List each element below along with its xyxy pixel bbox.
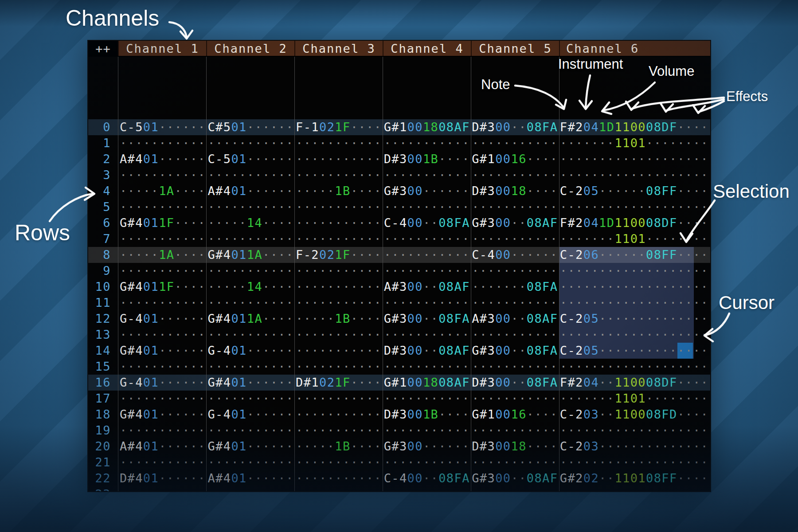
pattern-cell[interactable]: ··········· — [294, 470, 382, 486]
pattern-row-7[interactable]: 7·······································… — [88, 231, 710, 247]
pattern-cell[interactable]: D#30018···· — [470, 438, 558, 454]
channel-header-1[interactable]: Channel 1 — [118, 41, 206, 56]
pattern-cell[interactable]: G#4011F···· — [118, 279, 206, 295]
pattern-cell[interactable]: C-501······ — [118, 119, 206, 135]
pattern-cell[interactable]: C-205······08FF···· — [558, 183, 710, 199]
pattern-cell[interactable]: ··········· — [294, 263, 382, 279]
pattern-cell[interactable]: G#401······ — [118, 343, 206, 359]
pattern-cell[interactable]: ··········· — [382, 391, 470, 407]
pattern-cell[interactable]: ··········· — [206, 295, 294, 311]
pattern-cell[interactable]: ··········· — [206, 486, 294, 491]
pattern-cell[interactable]: C-206······08FF···· — [558, 247, 710, 263]
pattern-cell[interactable]: ··········· — [206, 359, 294, 375]
pattern-cell[interactable]: A#300··08AF — [382, 279, 470, 295]
pattern-cell[interactable]: ··········· — [294, 279, 382, 295]
pattern-cell[interactable]: F#2041D110008DF···· — [558, 119, 710, 135]
pattern-row-21[interactable]: 21······································… — [88, 454, 710, 470]
pattern-cell[interactable]: G-401······ — [118, 375, 206, 391]
pattern-row-19[interactable]: 19······································… — [88, 422, 710, 438]
pattern-cell[interactable]: ··················· — [558, 422, 710, 438]
pattern-cell[interactable]: ··········· — [382, 486, 470, 491]
pattern-cell[interactable]: ··········· — [118, 231, 206, 247]
pattern-cell[interactable]: ··········· — [382, 199, 470, 215]
pattern-cell[interactable]: G#10016···· — [470, 151, 558, 167]
pattern-cell[interactable]: ··········· — [470, 263, 558, 279]
pattern-cell[interactable]: ··········· — [294, 215, 382, 231]
pattern-cell[interactable]: ·······08FA — [470, 279, 558, 295]
pattern-cell[interactable]: ··········· — [118, 454, 206, 470]
pattern-cell[interactable]: ··················· — [558, 151, 710, 167]
pattern-row-8[interactable]: 8·····1A····G#4011A····F-2021F··········… — [88, 247, 710, 263]
pattern-cell[interactable]: ··········· — [294, 135, 382, 151]
pattern-cell[interactable]: ··········· — [382, 247, 470, 263]
pattern-cell[interactable]: D#300··08FA — [470, 375, 558, 391]
pattern-cell[interactable]: ·····1B···· — [294, 183, 382, 199]
pattern-cell[interactable]: D#1021F···· — [294, 375, 382, 391]
pattern-cell[interactable]: C-205·············· — [558, 343, 710, 359]
channel-header-4[interactable]: Channel 4 — [383, 41, 471, 56]
pattern-cell[interactable]: ·····14···· — [206, 215, 294, 231]
pattern-cell[interactable]: ··········· — [294, 295, 382, 311]
pattern-cell[interactable]: G-401······ — [206, 407, 294, 422]
pattern-cell[interactable]: ·····1B···· — [294, 438, 382, 454]
pattern-cell[interactable]: G#300··08AF — [470, 215, 558, 231]
pattern-cell[interactable]: ··········· — [382, 295, 470, 311]
pattern-row-18[interactable]: 18G#401······G-401·················D#300… — [88, 407, 710, 422]
pattern-cell[interactable]: ··········· — [118, 167, 206, 183]
pattern-row-2[interactable]: 2A#401······C-501·················D#3001… — [88, 151, 710, 167]
pattern-cell[interactable]: ··········· — [470, 295, 558, 311]
pattern-row-16[interactable]: 16G-401······G#401······D#1021F····G#100… — [88, 375, 710, 391]
pattern-cell[interactable]: ··········· — [470, 454, 558, 470]
pattern-cell[interactable]: ··········· — [118, 135, 206, 151]
pattern-cell[interactable]: G#4011A···· — [206, 311, 294, 327]
pattern-row-15[interactable]: 15······································… — [88, 359, 710, 375]
pattern-cell[interactable]: ··········· — [294, 422, 382, 438]
pattern-cell[interactable]: D#30018···· — [470, 183, 558, 199]
pattern-cell[interactable]: ··········· — [294, 327, 382, 343]
pattern-cell[interactable]: ··········· — [206, 391, 294, 407]
pattern-cell[interactable]: F-2021F···· — [294, 247, 382, 263]
pattern-cell[interactable]: G#300··08FA — [382, 311, 470, 327]
pattern-cell[interactable]: ··········· — [118, 327, 206, 343]
pattern-cell[interactable]: ··········· — [382, 231, 470, 247]
pattern-row-11[interactable]: 11······································… — [88, 295, 710, 311]
pattern-row-12[interactable]: 12G-401······G#4011A·········1B····G#300… — [88, 311, 710, 327]
pattern-cell[interactable]: G#300··08FA — [470, 343, 558, 359]
pattern-cell[interactable]: ··········· — [470, 167, 558, 183]
pattern-cell[interactable]: G#1001808AF — [382, 119, 470, 135]
pattern-row-17[interactable]: 17······································… — [88, 391, 710, 407]
pattern-cell[interactable]: ··········· — [382, 359, 470, 375]
pattern-row-13[interactable]: 13······································… — [88, 327, 710, 343]
pattern-cell[interactable]: D#3001B···· — [382, 407, 470, 422]
pattern-cell[interactable]: D#3001B···· — [382, 151, 470, 167]
pattern-cell[interactable]: ··········· — [470, 135, 558, 151]
pattern-cell[interactable]: G-401······ — [118, 311, 206, 327]
pattern-cell[interactable]: G-401······ — [206, 343, 294, 359]
pattern-cell[interactable]: ··········· — [470, 231, 558, 247]
pattern-cell[interactable]: A#300··08AF — [470, 311, 558, 327]
pattern-cell[interactable]: ··················· — [558, 359, 710, 375]
pattern-row-1[interactable]: 1·······································… — [88, 135, 710, 151]
pattern-cell[interactable]: ··········· — [118, 422, 206, 438]
pattern-cell[interactable]: G#10016···· — [470, 407, 558, 422]
pattern-cell[interactable]: ··················· — [558, 167, 710, 183]
pattern-cell[interactable]: ··········· — [382, 327, 470, 343]
edit-cursor[interactable]: ·· — [677, 343, 693, 359]
pattern-cell[interactable]: G#202··110108FF···· — [558, 470, 710, 486]
pattern-row-6[interactable]: 6G#4011F·········14···············C-400·… — [88, 215, 710, 231]
pattern-cell[interactable]: ··········· — [294, 407, 382, 422]
pattern-cell[interactable]: ··········· — [206, 199, 294, 215]
pattern-cell[interactable]: C#501······ — [206, 119, 294, 135]
pattern-cell[interactable]: ··········· — [118, 295, 206, 311]
channel-header-6[interactable]: Channel 6 — [559, 41, 710, 56]
pattern-cell[interactable]: ··········· — [206, 231, 294, 247]
pattern-cell[interactable]: ··········· — [206, 422, 294, 438]
pattern-cell[interactable]: F#2041D110008DF···· — [558, 215, 710, 231]
pattern-cell[interactable]: ·····1A···· — [118, 247, 206, 263]
pattern-cell[interactable]: ··········· — [118, 359, 206, 375]
pattern-row-4[interactable]: 4·····1A····A#401···········1B····G#300·… — [88, 183, 710, 199]
pattern-cell[interactable]: ··········· — [470, 199, 558, 215]
pattern-cell[interactable]: G#401······ — [206, 375, 294, 391]
pattern-cell[interactable]: A#401······ — [118, 438, 206, 454]
pattern-row-0[interactable]: 0C-501······C#501······F-1021F····G#1001… — [88, 119, 710, 135]
